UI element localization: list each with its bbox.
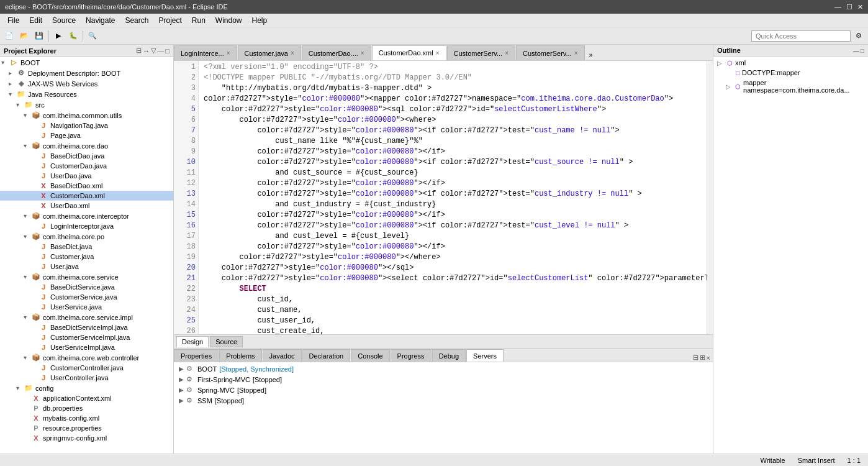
server-expand-arrow[interactable]: ▶ <box>179 365 184 372</box>
tree-item-src[interactable]: ▾📁src <box>0 99 173 110</box>
tree-item-config[interactable]: ▾📁config <box>0 383 173 393</box>
outline-item-xml[interactable]: ▷ ⬡ xml <box>716 58 866 68</box>
tree-item-customerservice[interactable]: JCustomerService.java <box>0 292 173 302</box>
toolbar-new[interactable]: 📄 <box>2 29 16 43</box>
menu-item-edit[interactable]: Edit <box>24 15 47 26</box>
tree-item-appcontext[interactable]: XapplicationContext.xml <box>0 393 173 403</box>
minimize-button[interactable]: — <box>834 3 841 11</box>
outline-item-mapper[interactable]: ▷ ⬡ mapper namespace=com.itheima.core.da… <box>716 78 866 95</box>
menu-item-search[interactable]: Search <box>120 15 153 26</box>
tree-item-customerdao-xml[interactable]: XCustomerDao.xml <box>0 191 173 201</box>
bottom-panel-control-btn[interactable]: ⊟ <box>693 354 698 362</box>
tab-overflow[interactable]: » <box>585 49 597 60</box>
tree-item-user[interactable]: JUser.java <box>0 262 173 272</box>
tree-item-nav[interactable]: JNavigationTag.java <box>0 121 173 130</box>
tree-item-userdao-xml[interactable]: XUserDao.xml <box>0 201 173 211</box>
editor-tab-customerjava[interactable]: Customer.java× <box>238 45 301 60</box>
tree-item-logininterceptor[interactable]: JLoginInterceptor.java <box>0 221 173 231</box>
menu-item-help[interactable]: Help <box>247 15 273 26</box>
bottom-tab-javadoc[interactable]: Javadoc <box>263 349 302 362</box>
tree-item-userdao[interactable]: JUserDao.java <box>0 171 173 181</box>
outline-maximize[interactable]: □ <box>861 47 864 54</box>
menu-item-file[interactable]: File <box>2 15 24 26</box>
tree-item-pkg-interceptor[interactable]: ▾📦com.itheima.core.interceptor <box>0 211 173 221</box>
view-menu-button[interactable]: ▽ <box>151 47 156 55</box>
tree-item-customerdao-java[interactable]: JCustomerDao.java <box>0 161 173 171</box>
tree-item-basedictdao-xml[interactable]: XBaseDictDao.xml <box>0 181 173 191</box>
tree-item-pkg-service-impl[interactable]: ▾📦com.itheima.core.service.impl <box>0 312 173 322</box>
tab-close-customerdaoxml[interactable]: × <box>436 50 440 57</box>
editor-tab-customerdaoxml[interactable]: CustomerDao.xml× <box>372 45 446 60</box>
menu-item-run[interactable]: Run <box>187 15 210 26</box>
menu-item-window[interactable]: Window <box>210 15 247 26</box>
link-with-editor-button[interactable]: ↔ <box>143 47 150 55</box>
toolbar-debug[interactable]: 🐛 <box>66 29 80 43</box>
toolbar-save[interactable]: 💾 <box>32 29 46 43</box>
server-expand-arrow[interactable]: ▶ <box>179 386 184 393</box>
tab-close-logininterce[interactable]: × <box>227 50 230 57</box>
tree-item-basedictservice[interactable]: JBaseDictService.java <box>0 282 173 292</box>
toolbar-run[interactable]: ▶ <box>52 29 65 43</box>
source-tab[interactable]: Source <box>210 336 243 347</box>
tree-item-userservice[interactable]: JUserService.java <box>0 302 173 312</box>
toolbar-settings[interactable]: ⚙ <box>852 29 866 43</box>
server-item-spring-mvc[interactable]: ▶⚙Spring-MVC [Stopped] <box>176 385 710 395</box>
tree-item-pkg-dao[interactable]: ▾📦com.itheima.core.dao <box>0 140 173 151</box>
bottom-tab-properties[interactable]: Properties <box>174 349 219 362</box>
bottom-tab-servers[interactable]: Servers <box>466 349 504 362</box>
bottom-tab-problems[interactable]: Problems <box>219 349 261 362</box>
tree-item-mybatis-config[interactable]: Xmybatis-config.xml <box>0 413 173 423</box>
tree-item-resource[interactable]: Presource.properties <box>0 423 173 433</box>
tree-item-boot[interactable]: ▾▷BOOT <box>0 57 173 68</box>
tree-item-jaxws[interactable]: ▸◈JAX-WS Web Services <box>0 78 173 89</box>
tree-item-customerserviceimpl[interactable]: JCustomerServiceImpl.java <box>0 332 173 342</box>
code-content[interactable]: <?xml version="1.0" encoding="UTF-8" ?><… <box>199 61 707 334</box>
server-item-ssm[interactable]: ▶⚙SSM [Stopped] <box>176 395 710 406</box>
design-tab[interactable]: Design <box>176 336 209 347</box>
bottom-panel-control-btn[interactable]: × <box>707 354 710 362</box>
tree-item-customercontroller[interactable]: JCustomerController.java <box>0 363 173 373</box>
maximize-view-button[interactable]: □ <box>165 47 170 55</box>
editor-tab-customerserv2[interactable]: CustomerServ...× <box>516 45 585 60</box>
server-item-boot[interactable]: ▶⚙BOOT [Stopped, Synchronized] <box>176 363 710 374</box>
code-editor[interactable]: 1234567891011121314151617181920212223242… <box>174 61 713 334</box>
outline-item-doctype[interactable]: □ DOCTYPE:mapper <box>716 68 866 78</box>
outline-minimize[interactable]: — <box>853 47 859 54</box>
editor-tab-customerserv1[interactable]: CustomerServ...× <box>447 45 516 60</box>
server-item-first-spring-mvc[interactable]: ▶⚙First-Spring-MVC [Stopped] <box>176 374 710 385</box>
tree-item-db[interactable]: Pdb.properties <box>0 403 173 413</box>
tree-item-page[interactable]: JPage.java <box>0 130 173 140</box>
menu-item-source[interactable]: Source <box>47 15 81 26</box>
tree-item-pkg-service[interactable]: ▾📦com.itheima.core.service <box>0 272 173 282</box>
tree-item-basedictdao[interactable]: JBaseDictDao.java <box>0 151 173 161</box>
minimize-view-button[interactable]: — <box>157 47 164 55</box>
tab-close-customerserv1[interactable]: × <box>505 50 509 57</box>
editor-tab-logininterce[interactable]: LoginInterce...× <box>174 45 237 60</box>
tree-item-springmvc[interactable]: Xspringmvc-config.xml <box>0 433 173 443</box>
bottom-panel-control-btn[interactable]: ⊞ <box>700 354 705 362</box>
quick-access-input[interactable] <box>751 30 851 42</box>
tab-close-customerdaodots[interactable]: × <box>361 50 364 57</box>
tree-item-pkg-controller[interactable]: ▾📦com.itheima.core.web.controller <box>0 352 173 363</box>
bottom-tab-debug[interactable]: Debug <box>432 349 466 362</box>
editor-tab-customerdaodots[interactable]: CustomerDao....× <box>302 45 371 60</box>
menu-item-navigate[interactable]: Navigate <box>81 15 120 26</box>
bottom-tab-progress[interactable]: Progress <box>391 349 432 362</box>
menu-item-project[interactable]: Project <box>153 15 186 26</box>
tree-item-customer[interactable]: JCustomer.java <box>0 252 173 262</box>
editor-scrollbar[interactable] <box>707 61 713 334</box>
server-expand-arrow[interactable]: ▶ <box>179 397 184 404</box>
tab-close-customerjava[interactable]: × <box>291 50 294 57</box>
tree-item-deploy[interactable]: ▸⚙Deployment Descriptor: BOOT <box>0 68 173 78</box>
bottom-tab-console[interactable]: Console <box>351 349 389 362</box>
tree-item-pkg-common[interactable]: ▾📦com.itheima.common.utils <box>0 110 173 121</box>
toolbar-open[interactable]: 📂 <box>17 29 31 43</box>
tree-item-userserviceimpl[interactable]: JUserServiceImpl.java <box>0 342 173 352</box>
tree-item-basedictserviceimpl[interactable]: JBaseDictServiceImpl.java <box>0 322 173 332</box>
tree-item-basedict[interactable]: JBaseDict.java <box>0 242 173 252</box>
maximize-button[interactable]: ☐ <box>846 3 852 11</box>
close-button[interactable]: ✕ <box>857 3 863 11</box>
collapse-all-button[interactable]: ⊟ <box>136 47 142 55</box>
toolbar-search[interactable]: 🔍 <box>86 29 99 43</box>
server-expand-arrow[interactable]: ▶ <box>179 376 184 383</box>
